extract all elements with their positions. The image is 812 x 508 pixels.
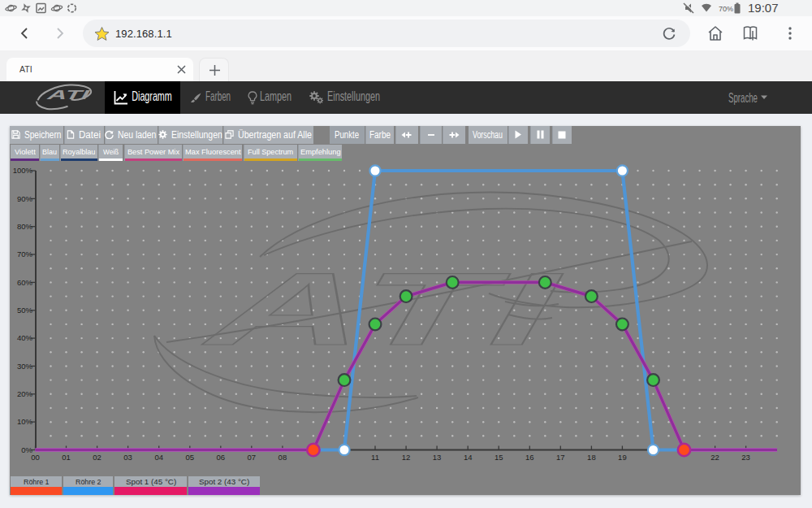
svg-text:17: 17 [556, 453, 565, 462]
svg-text:03: 03 [123, 453, 132, 462]
svg-text:60%: 60% [17, 278, 33, 287]
svg-text:02: 02 [93, 453, 102, 462]
svg-text:Lampen: Lampen [260, 89, 292, 104]
svg-text:20%: 20% [17, 389, 33, 398]
svg-text:Röhre 1: Röhre 1 [24, 477, 50, 486]
svg-text:70%: 70% [17, 250, 33, 258]
svg-text:Einstellungen: Einstellungen [327, 89, 380, 104]
svg-text:01: 01 [62, 453, 71, 462]
svg-text:14: 14 [464, 453, 473, 462]
svg-text:ATI: ATI [45, 88, 94, 102]
svg-text:11: 11 [371, 453, 379, 462]
svg-text:18: 18 [587, 453, 596, 462]
svg-text:23: 23 [741, 453, 750, 462]
svg-text:04: 04 [154, 453, 163, 462]
svg-text:70%: 70% [719, 5, 733, 13]
svg-text:05: 05 [186, 453, 195, 462]
svg-text:10%: 10% [17, 417, 33, 426]
svg-text:50%: 50% [17, 306, 33, 315]
svg-text:12: 12 [402, 453, 411, 462]
svg-text:07: 07 [248, 453, 257, 462]
svg-text:90%: 90% [17, 194, 33, 203]
svg-text:08: 08 [279, 453, 287, 462]
svg-text:Sprache: Sprache [728, 90, 758, 106]
svg-text:13: 13 [433, 453, 442, 462]
svg-text:Röhre 2: Röhre 2 [76, 477, 102, 486]
svg-text:06: 06 [217, 453, 226, 462]
svg-text:19: 19 [618, 453, 627, 462]
svg-text:Farben: Farben [205, 89, 230, 104]
svg-text:Spot 2 (43 °C): Spot 2 (43 °C) [199, 477, 249, 486]
svg-text:100%: 100% [13, 166, 33, 175]
svg-text:40%: 40% [17, 333, 33, 342]
svg-text:0%: 0% [21, 445, 32, 454]
svg-text:80%: 80% [17, 222, 33, 231]
svg-text:Diagramm: Diagramm [132, 89, 173, 104]
svg-text:Spot 1 (45 °C): Spot 1 (45 °C) [126, 477, 176, 486]
svg-text:30%: 30% [17, 362, 33, 371]
svg-text:15: 15 [495, 453, 503, 462]
svg-text:22: 22 [710, 453, 719, 462]
svg-text:16: 16 [525, 453, 534, 462]
